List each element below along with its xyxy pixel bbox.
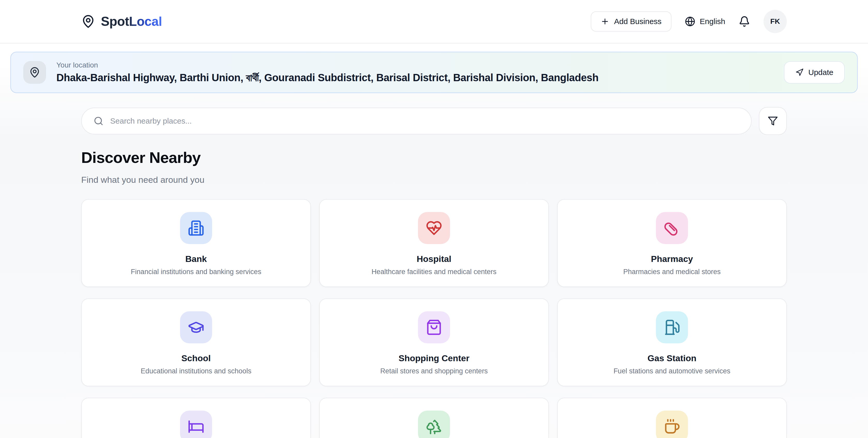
brand-name: SpotLocal [101, 14, 162, 29]
category-icon-badge [418, 411, 450, 438]
map-pin-icon [81, 14, 95, 28]
update-label: Update [808, 68, 833, 77]
category-icon-badge [180, 411, 212, 438]
heart-pulse-icon [426, 220, 442, 236]
bank-building-icon [188, 220, 204, 236]
navigation-icon [795, 68, 804, 76]
category-card[interactable] [81, 398, 311, 438]
category-description: Fuel stations and automotive services [568, 367, 776, 375]
location-address: Dhaka-Barishal Highway, Barthi Union, বা… [56, 72, 598, 84]
category-title: Shopping Center [330, 353, 538, 364]
category-title: Hospital [330, 253, 538, 264]
bed-icon [188, 418, 204, 435]
language-label: English [700, 17, 725, 26]
location-pin-badge [23, 61, 46, 84]
category-title: School [92, 353, 300, 364]
shopping-bag-icon [426, 319, 442, 336]
coffee-icon [664, 418, 680, 435]
category-icon-badge [656, 411, 688, 438]
category-grid: Bank Financial institutions and banking … [81, 199, 787, 438]
category-description: Educational institutions and schools [92, 367, 300, 375]
add-business-button[interactable]: Add Business [591, 11, 671, 32]
category-icon-badge [656, 212, 688, 244]
location-label: Your location [56, 61, 598, 69]
category-card-hospital[interactable]: Hospital Healthcare facilities and medic… [319, 199, 549, 287]
funnel-icon [768, 116, 778, 126]
category-description: Financial institutions and banking servi… [92, 268, 300, 276]
page-title: Discover Nearby [81, 150, 787, 166]
category-card-shopping-center[interactable]: Shopping Center Retail stores and shoppi… [319, 299, 549, 386]
graduation-cap-icon [188, 319, 204, 336]
category-title: Gas Station [568, 353, 776, 364]
notifications-bell-icon[interactable] [739, 16, 750, 27]
user-avatar[interactable]: FK [764, 10, 787, 33]
category-card[interactable] [557, 398, 787, 438]
search-box [81, 107, 752, 134]
category-card-bank[interactable]: Bank Financial institutions and banking … [81, 199, 311, 287]
category-icon-badge [418, 212, 450, 244]
search-input[interactable] [110, 117, 739, 125]
main-content: Your location Dhaka-Barishal Highway, Ba… [0, 52, 868, 438]
category-card[interactable] [319, 398, 549, 438]
trees-icon [426, 418, 442, 435]
fuel-pump-icon [664, 319, 680, 336]
pill-icon [664, 220, 680, 236]
plus-icon [600, 17, 609, 26]
update-location-button[interactable]: Update [784, 61, 845, 84]
category-title: Bank [92, 253, 300, 264]
category-icon-badge [418, 311, 450, 343]
category-icon-badge [180, 212, 212, 244]
filter-button[interactable] [759, 107, 787, 135]
page-subtitle: Find what you need around you [81, 174, 787, 186]
map-pin-icon [29, 67, 40, 78]
category-description: Pharmacies and medical stores [568, 268, 776, 276]
category-icon-badge [656, 311, 688, 343]
app-header: SpotLocal Add Business English FK [0, 0, 868, 43]
brand-logo[interactable]: SpotLocal [81, 14, 162, 29]
category-icon-badge [180, 311, 212, 343]
search-row [81, 107, 787, 135]
category-description: Retail stores and shopping centers [330, 367, 538, 375]
add-business-label: Add Business [614, 17, 661, 26]
language-selector[interactable]: English [685, 16, 725, 27]
category-card-pharmacy[interactable]: Pharmacy Pharmacies and medical stores [557, 199, 787, 287]
globe-icon [685, 16, 695, 27]
search-icon [94, 116, 103, 126]
location-banner: Your location Dhaka-Barishal Highway, Ba… [10, 52, 858, 93]
discover-section: Discover Nearby Find what you need aroun… [81, 150, 787, 186]
category-title: Pharmacy [568, 253, 776, 264]
category-card-gas-station[interactable]: Gas Station Fuel stations and automotive… [557, 299, 787, 386]
category-card-school[interactable]: School Educational institutions and scho… [81, 299, 311, 386]
category-description: Healthcare facilities and medical center… [330, 268, 538, 276]
